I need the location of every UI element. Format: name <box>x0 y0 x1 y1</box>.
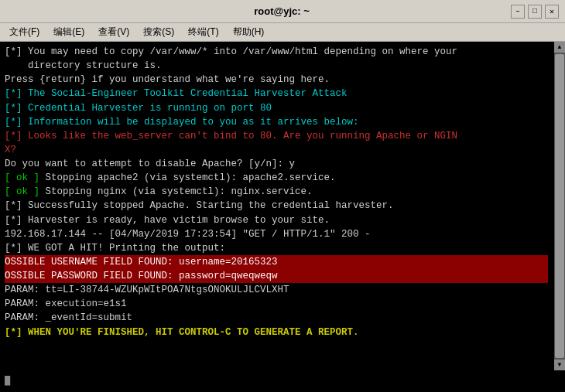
bottom-bar: █ <box>0 370 565 392</box>
terminal-line: Do you want to attempt to disable Apache… <box>5 157 548 171</box>
terminal-line: [*] WHEN YOU'RE FINISHED, HIT CONTROL-C … <box>5 326 548 339</box>
terminal-line: OSSIBLE USERNAME FIELD FOUND: username=2… <box>5 255 548 269</box>
terminal-line: [*] Successfully stopped Apache. Startin… <box>5 199 548 213</box>
terminal-line: [*] The Social-Engineer Toolkit Credenti… <box>5 87 548 101</box>
menu-file[interactable]: 文件(F) <box>3 24 46 40</box>
window-controls: – □ ✕ <box>511 5 559 19</box>
terminal-line: [ ok ] Stopping apache2 (via systemctl):… <box>5 171 548 185</box>
scrollbar[interactable]: ▲ ▼ <box>554 42 565 370</box>
terminal-line: [*] Credential Harvester is running on p… <box>5 101 548 115</box>
minimize-button[interactable]: – <box>511 5 525 19</box>
terminal-line: PARAM: execution=e1s1 <box>5 297 548 311</box>
terminal-line: PARAM: tt=LI-38744-WZUKpWItPOA7NtgsONOKU… <box>5 283 548 297</box>
scroll-up-button[interactable]: ▲ <box>554 42 565 53</box>
scroll-thumb[interactable] <box>555 54 564 358</box>
menu-edit[interactable]: 编辑(E) <box>47 24 91 40</box>
scroll-down-button[interactable]: ▼ <box>554 360 565 370</box>
terminal-area[interactable]: [*] You may need to copy /var/www/* into… <box>0 42 565 370</box>
terminal-line: directory structure is. <box>5 59 548 73</box>
menubar: 文件(F) 编辑(E) 查看(V) 搜索(S) 终端(T) 帮助(H) <box>0 23 565 42</box>
menu-search[interactable]: 搜索(S) <box>137 24 180 40</box>
titlebar: root@yjc: ~ – □ ✕ <box>0 0 565 23</box>
window-title: root@yjc: ~ <box>53 5 511 17</box>
terminal-line: [*] Harvester is ready, have victim brow… <box>5 213 548 227</box>
terminal-line: OSSIBLE PASSWORD FIELD FOUND: password=q… <box>5 269 548 283</box>
menu-view[interactable]: 查看(V) <box>92 24 135 40</box>
terminal-line: [*] WE GOT A HIT! Printing the output: <box>5 241 548 255</box>
terminal-line: PARAM: _eventId=submit <box>5 311 548 325</box>
terminal-line: Press {return} if you understand what we… <box>5 73 548 87</box>
terminal-output: [*] You may need to copy /var/www/* into… <box>5 45 560 339</box>
maximize-button[interactable]: □ <box>528 5 542 19</box>
terminal-line: 192.168.17.144 -- [04/May/2019 17:23:54]… <box>5 227 548 241</box>
close-button[interactable]: ✕ <box>545 5 559 19</box>
terminal-line: [*] Information will be displayed to you… <box>5 115 548 129</box>
cursor: █ <box>5 376 10 387</box>
menu-help[interactable]: 帮助(H) <box>227 24 271 40</box>
terminal-line: [*] Looks like the web_server can't bind… <box>5 129 548 143</box>
menu-terminal[interactable]: 终端(T) <box>182 24 224 40</box>
terminal-line: [ ok ] Stopping nginx (via systemctl): n… <box>5 185 548 199</box>
terminal-line: [*] You may need to copy /var/www/* into… <box>5 45 548 59</box>
terminal-line: X? <box>5 143 548 157</box>
